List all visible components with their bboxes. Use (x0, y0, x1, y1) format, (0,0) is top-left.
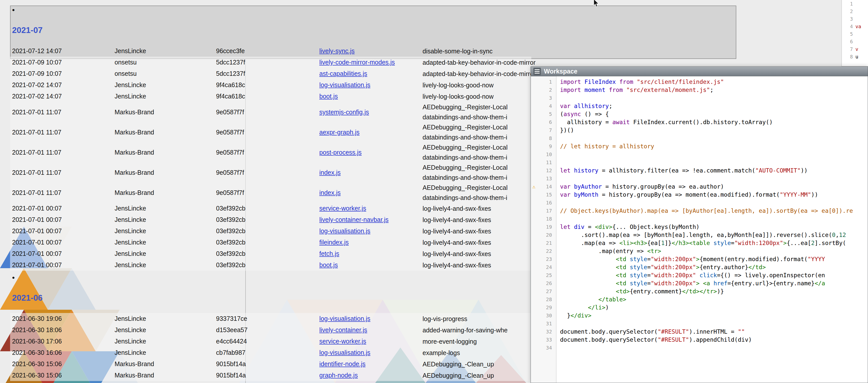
code-token (560, 264, 616, 270)
commit-hash[interactable]: 03ef392cb (216, 250, 319, 257)
workspace-titlebar[interactable]: Workspace (531, 67, 868, 76)
background-editor-line: 1 (842, 0, 868, 7)
code-text: <td style="width:200px">{entry.author}</… (556, 263, 766, 271)
code-token: <td (616, 264, 626, 270)
window-title: Workspace (544, 68, 578, 75)
commit-author: Markus-Brand (115, 149, 216, 156)
commit-file-link[interactable]: post-process.js (319, 149, 362, 156)
code-line: 17// Object.keys(byAuthor).map(ea => [by… (531, 207, 868, 215)
commit-file-link[interactable]: fileindex.js (319, 239, 349, 246)
commit-hash[interactable]: 5dcc1237f (216, 70, 319, 77)
commit-hash[interactable]: 5dcc1237f (216, 59, 319, 66)
code-line: 33document.body.querySelector("#RESULT")… (531, 336, 868, 344)
code-text: </table> (556, 295, 626, 304)
code-token: ]} (664, 240, 672, 246)
commit-file-link[interactable]: log-visualisation.js (319, 227, 370, 234)
commit-hash[interactable]: 9f4ca618c (216, 81, 319, 89)
commit-file-link[interactable]: lively-code-mirror-modes.js (319, 59, 395, 66)
commit-file-link[interactable]: lively-container.js (319, 326, 367, 333)
code-token: from (619, 78, 633, 85)
commit-hash[interactable]: e4cc64424 (216, 338, 319, 345)
background-editor[interactable]: 1234va567v8u (842, 0, 868, 66)
commit-hash[interactable]: 9e0587f7f (216, 108, 319, 116)
code-token: "" (738, 328, 745, 335)
commit-file-link[interactable]: index.js (319, 169, 341, 176)
commit-hash[interactable]: 9e0587f7f (216, 129, 319, 136)
commit-file-link[interactable]: lively-sync.js (319, 47, 354, 54)
commit-file-cell: log-visualisation.js (319, 315, 423, 322)
commit-hash[interactable]: 9e0587f7f (216, 189, 319, 196)
line-number: 19 (531, 223, 556, 231)
line-number: 27 (531, 287, 556, 295)
commit-hash[interactable]: 03ef392cb (216, 239, 319, 246)
commit-row: 2021-07-01 11:07Markus-Brand9e0587f7faex… (10, 122, 531, 142)
code-token: var (560, 183, 570, 190)
commit-row: 2021-06-30 16:06JensLinckecb7fab987log-v… (10, 347, 531, 358)
code-token: > (696, 280, 700, 287)
commit-hash[interactable]: cb7fab987 (216, 349, 319, 356)
commit-file-cell: systemjs-config.js (319, 108, 423, 116)
commit-hash[interactable]: 03ef392cb (216, 261, 319, 269)
code-token: // let history = allhistory (560, 143, 654, 150)
commit-hash[interactable]: 9e0587f7f (216, 149, 319, 156)
commit-file-link[interactable]: log-visualisation.js (319, 81, 370, 88)
code-token: } (560, 312, 570, 319)
commit-file-cell: service-worker.js (319, 338, 423, 345)
code-line: 21 .map(ea => <li><h3>{ea[1]}</h3><table… (531, 239, 868, 247)
code-line: 23 <td style="width:200px">{moment(entry… (531, 255, 868, 263)
code-text (556, 215, 560, 223)
code-token: 12 (839, 232, 846, 238)
code-editor[interactable]: 1import FileIndex from "src/client/filei… (531, 76, 868, 383)
commit-file-link[interactable]: ast-capabilities.js (319, 70, 367, 77)
code-token: let (560, 224, 570, 230)
commit-file-link[interactable]: log-visualisation.js (319, 349, 370, 356)
commit-hash[interactable]: 9e0587f7f (216, 169, 319, 176)
commit-file-link[interactable]: service-worker.js (319, 205, 366, 212)
commit-file-link[interactable]: service-worker.js (319, 338, 366, 345)
commit-hash[interactable]: d153eea57 (216, 326, 319, 333)
commit-file-link[interactable]: boot.js (319, 93, 338, 100)
commit-comment: log-lively4-and-swx-fixes (423, 249, 531, 259)
commit-file-link[interactable]: graph-node.js (319, 372, 358, 379)
code-text: // let history = allhistory (556, 142, 654, 150)
commit-comment-line: AEDebugging_-Register-Local (423, 183, 531, 193)
commit-hash[interactable]: 03ef392cb (216, 227, 319, 235)
code-line: 26 <td style="width:200px"> <a href={ent… (531, 279, 868, 287)
commit-file-link[interactable]: systemjs-config.js (319, 108, 369, 116)
commit-author: JensLincke (115, 239, 216, 246)
commit-hash[interactable]: 03ef392cb (216, 205, 319, 212)
code-text: .map(entry => <tr> (556, 247, 661, 255)
code-line: 29 </li>) (531, 304, 868, 312)
commit-author: Markus-Brand (115, 169, 216, 176)
commit-hash[interactable]: 96ccec3fe (216, 47, 319, 55)
code-fragment: va (856, 23, 861, 30)
commit-file-link[interactable]: lively-container-navbar.js (319, 216, 389, 223)
commit-file-link[interactable]: log-visualisation.js (319, 315, 370, 322)
code-line: 15var byMonth = history.groupBy(ea => mo… (531, 191, 868, 199)
commit-file-link[interactable]: boot.js (319, 261, 338, 268)
commit-file-link[interactable]: index.js (319, 189, 341, 196)
hamburger-icon[interactable] (533, 68, 541, 75)
commit-hash[interactable]: 9337317ce (216, 315, 319, 322)
line-number: 17 (531, 207, 556, 215)
commit-file-link[interactable]: identifier-node.js (319, 360, 365, 368)
code-token (626, 280, 630, 287)
code-token: {...ea[ (787, 240, 811, 246)
commit-hash[interactable]: 9015bf14a (216, 360, 319, 368)
commit-file-link[interactable]: fetch.js (319, 250, 339, 257)
commit-file-link[interactable]: aexpr-graph.js (319, 129, 360, 136)
commit-hash[interactable]: 9015bf14a (216, 372, 319, 379)
code-token: ].sortBy( (815, 240, 846, 246)
code-token: import (560, 87, 581, 93)
commit-hash[interactable]: 03ef392cb (216, 216, 319, 223)
commit-hash[interactable]: 9f4ca618c (216, 93, 319, 100)
code-line: 28 </table> (531, 295, 868, 304)
commit-comment: AEDebugging_-Clean_up (423, 371, 531, 381)
commit-comment-line: log-lively4-and-swx-fixes (423, 237, 531, 248)
code-fragment: v (856, 45, 858, 53)
commit-comment-line: databindings-and-show-them-i (423, 193, 531, 203)
commit-comment: AEDebugging_-Register-Localdatabindings-… (423, 122, 531, 142)
commit-comment: AEDebugging_-Clean_up (423, 359, 531, 369)
code-token (581, 78, 585, 85)
line-number: 13 (531, 174, 556, 183)
